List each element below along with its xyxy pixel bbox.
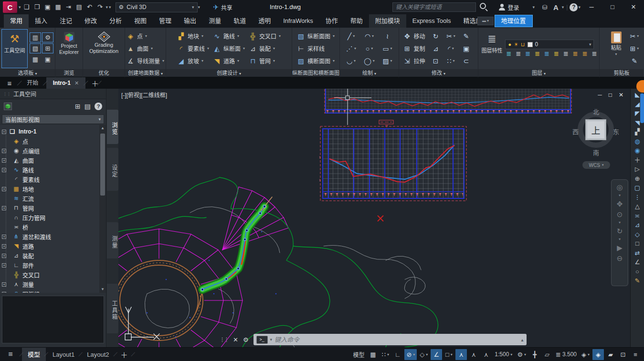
tree-item-label[interactable]: 装配 <box>22 252 34 260</box>
panel-title-layers[interactable]: 图层 ▾ <box>478 69 599 77</box>
workspace-switching-icon[interactable]: ⚙ ▾ <box>515 349 528 360</box>
tree-expand-toggle[interactable]: + <box>2 235 6 239</box>
project-explorer-button[interactable]: Project Explorer <box>57 29 81 68</box>
toolbox-palette-icon[interactable]: ⊞ <box>42 43 53 53</box>
ortho-mode-icon[interactable]: ∟ <box>392 349 403 360</box>
annotation-on-icon[interactable]: ◥ <box>635 120 640 126</box>
annotation-monitor-icon[interactable]: ⋏ <box>480 349 492 360</box>
panel-title-browse[interactable]: 浏览 <box>55 69 83 77</box>
move-button[interactable]: ✥ 移动 <box>403 30 425 42</box>
grading-optimization-button[interactable]: Grading Optimization <box>84 29 123 68</box>
isolate-objects-icon[interactable]: ▱ <box>541 349 553 360</box>
points-menu[interactable]: ◈ 点 ▾ <box>127 30 164 42</box>
file-tab-menu-icon[interactable]: ≡ <box>0 79 19 87</box>
auto-add-scales-icon[interactable]: ◈ <box>592 349 604 360</box>
tree-item-label[interactable]: 道路 <box>22 242 34 250</box>
isometric-drafting-icon[interactable]: ◇ ▾ <box>418 349 430 360</box>
settings-palette-icon[interactable]: ⚙ <box>42 32 53 42</box>
redo-dropdown-arrow[interactable]: ▾ <box>109 5 111 10</box>
model-space-toggle[interactable]: 模型 <box>351 349 366 360</box>
surfaces-menu[interactable]: ▲ 曲面 ▾ <box>127 42 164 55</box>
hatch-icon[interactable]: ▨ ▾ <box>379 55 397 67</box>
panel-title-design[interactable]: 创建设计 ▾ <box>166 69 292 77</box>
scroll-thumb[interactable] <box>100 134 105 196</box>
redo-icon[interactable]: ↷ <box>95 0 106 14</box>
ribbon-tab[interactable]: 测量 <box>202 14 227 28</box>
cogo-point-icon[interactable]: ＋ <box>634 157 640 163</box>
layer-dropdown-arrow[interactable]: ▾ <box>589 42 591 47</box>
ribbon-tab[interactable]: 轨道 <box>227 14 252 28</box>
panel-title-profiles[interactable]: 纵断面图和横断面图 <box>292 69 339 77</box>
make-current-layer-icon[interactable]: ≣ <box>544 50 549 57</box>
ellipse-icon[interactable]: ◯ ▾ <box>360 55 379 67</box>
previous-layer-icon[interactable]: ≣ <box>592 50 597 57</box>
crosshair-icon[interactable]: ╋ <box>529 349 540 360</box>
annotation-autoscale-icon[interactable]: ⋏ <box>468 349 479 360</box>
search-input[interactable] <box>392 2 476 12</box>
ribbon-tab[interactable]: 协作 <box>319 14 344 28</box>
tree-expand-toggle[interactable] <box>2 216 6 220</box>
tree-item-label[interactable]: 汇流 <box>22 195 34 203</box>
autodesk-app-icon[interactable]: A <box>553 3 559 11</box>
close-button[interactable]: ✕ <box>623 0 644 14</box>
minimize-button[interactable]: ─ <box>581 0 602 14</box>
tree-scrollbar[interactable]: ▲ ▼ <box>99 125 106 293</box>
layout-tab[interactable]: Layout2 <box>81 348 115 361</box>
vp-restore-icon[interactable]: □ <box>609 92 612 98</box>
corridor-menu[interactable]: ◥ 道路 ▾ <box>213 55 245 67</box>
ribbon-tab[interactable]: 管理 <box>153 14 178 28</box>
viewcube-east[interactable]: 东 <box>613 127 619 136</box>
tree-item[interactable]: ◈ 点 <box>0 136 99 146</box>
tree-item[interactable]: + ▦ 场地 <box>0 184 99 194</box>
prospector-view-arrow[interactable]: ▾ <box>98 117 101 122</box>
copy-button[interactable]: ⊞ 复制 <box>403 42 425 55</box>
prospector-view-dropdown[interactable]: 当前图形视图 ▾ <box>2 114 104 124</box>
ribbon-tab[interactable]: Express Tools <box>406 14 457 28</box>
tree-item-label[interactable]: 点 <box>22 137 28 145</box>
print-icon[interactable]: ▤ <box>74 0 84 14</box>
app-menu-arrow[interactable]: ▾ <box>19 5 21 10</box>
tree-expand-toggle[interactable] <box>2 177 6 182</box>
scroll-up-arrow[interactable]: ▲ <box>99 125 106 132</box>
item-view-toggle-icon[interactable]: ⊞ <box>75 103 81 110</box>
account-dropdown-arrow[interactable]: ▾ <box>533 5 535 10</box>
slope-arrow-icon[interactable]: ⇄ <box>635 250 640 256</box>
toolspace-side-tab[interactable]: 设定 <box>107 148 118 191</box>
tree-item[interactable]: + ⊓ 管网 <box>0 203 99 213</box>
command-close-icon[interactable]: ✕ <box>233 336 238 343</box>
point-marker-icon[interactable]: ◇ <box>635 231 640 237</box>
command-history-expand[interactable]: ▴ <box>521 337 524 342</box>
file-tab[interactable]: 开始 <box>20 77 45 89</box>
tree-item[interactable]: ╬ 交叉口 <box>0 270 99 279</box>
tree-expand-toggle[interactable]: − <box>2 130 6 134</box>
customization-icon[interactable]: ≡ <box>630 349 641 360</box>
profile-view-menu[interactable]: ▧ 纵断面图 ▾ <box>297 30 335 42</box>
right-scrollbar-thumb[interactable] <box>640 93 644 123</box>
annotation-visibility-icon[interactable]: ⋏ <box>455 349 467 360</box>
new-layout-button[interactable]: ＋ <box>116 350 133 360</box>
viewcube-top-face[interactable]: 上 <box>585 119 606 140</box>
match-layer-icon[interactable]: ≣ <box>582 50 588 57</box>
angle-measure-icon[interactable]: ∠ <box>634 259 640 265</box>
ribbon-tab[interactable]: 分析 <box>103 14 128 28</box>
viewcube-north[interactable]: 北 <box>593 107 599 116</box>
sign-in-label[interactable]: 登录 <box>508 3 519 11</box>
tree-item-label[interactable]: 图框组 <box>22 290 40 293</box>
tree-item[interactable]: + ◥ 道路 <box>0 241 99 251</box>
rectangle-icon[interactable]: ▭ ▾ <box>379 42 397 55</box>
isolate-layer-icon[interactable]: ≣ <box>516 50 521 57</box>
command-input[interactable] <box>274 336 518 343</box>
tree-expand-toggle[interactable] <box>2 225 6 229</box>
tree-item[interactable]: ≋ 汇流 <box>0 194 99 203</box>
point-select-icon[interactable]: ▷ <box>635 166 640 172</box>
intersection-menu[interactable]: ╬ 交叉口 ▾ <box>249 30 281 42</box>
layer-on-bulb-icon[interactable]: ● <box>508 41 511 48</box>
object-snap-tracking-icon[interactable]: ∠ <box>431 349 442 360</box>
elevation-indicator[interactable]: ≣ 3.500 <box>554 349 579 360</box>
sample-lines-button[interactable]: ⊢ 采样线 <box>297 42 335 55</box>
thaw-all-layers-icon[interactable]: ≣ <box>563 50 569 57</box>
fillet-icon[interactable]: ◜ ▾ <box>443 42 459 55</box>
navbar-collapse-icon[interactable]: ⊖ <box>617 255 623 262</box>
layout-menu-icon[interactable]: ≡ <box>0 350 21 359</box>
ribbon-tab[interactable]: 透明 <box>252 14 277 28</box>
